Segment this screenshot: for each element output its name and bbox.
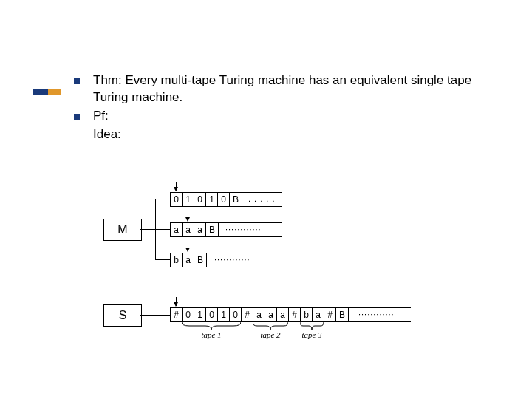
tape-2: a a a B	[170, 222, 219, 237]
tape-cell: B	[194, 253, 206, 267]
idea-text: Idea:	[93, 126, 488, 143]
tape-cell: a	[313, 308, 324, 321]
tape-cell: 1	[183, 193, 194, 206]
tape-cell: a	[183, 223, 194, 236]
tape-cell: a	[194, 223, 206, 236]
connector	[140, 315, 170, 316]
m-box: M	[103, 219, 142, 241]
tape-cell: 0	[206, 308, 218, 321]
tape-cell: B	[230, 193, 242, 206]
square-bullet-icon	[74, 114, 80, 120]
tape-cell: #	[324, 308, 336, 321]
tape-3: b a B	[170, 253, 207, 267]
head-arrow-icon	[176, 297, 177, 306]
brace-icon	[182, 322, 241, 330]
tape-cell: B	[336, 308, 348, 321]
brace-icon	[253, 322, 288, 330]
tape-cell: b	[301, 308, 313, 321]
tape-cell: #	[242, 308, 253, 321]
tape-cell: a	[277, 308, 289, 321]
tape-cell: a	[265, 308, 277, 321]
tape-cell: 0	[183, 308, 194, 321]
brace-label-2: tape 2	[253, 330, 288, 339]
s-box: S	[103, 304, 142, 327]
tape-1: 0 1 0 1 0 B	[170, 192, 242, 207]
dots: ············	[214, 255, 250, 264]
tape-cell: 0	[194, 193, 206, 206]
connector	[155, 229, 170, 230]
thm-text: Thm: Every multi-tape Turing machine has…	[93, 72, 488, 106]
connector	[155, 199, 170, 200]
tape-cell: 1	[194, 308, 206, 321]
bullet-thm: Thm: Every multi-tape Turing machine has…	[74, 72, 488, 106]
turing-diagram: M 0 1 0 1 0 B . . . . . a a a B ········…	[103, 177, 488, 369]
tape-cell: 0	[171, 193, 183, 206]
tape-cell: 0	[218, 193, 230, 206]
tape-cell: #	[171, 308, 183, 321]
brace-icon	[300, 322, 324, 330]
connector	[140, 229, 155, 230]
tape-cell: a	[171, 223, 183, 236]
dots: . . . . .	[248, 194, 276, 203]
head-arrow-icon	[176, 182, 177, 191]
head-arrow-icon	[188, 212, 188, 221]
bullet-pf: Pf:	[74, 108, 488, 125]
square-bullet-icon	[74, 78, 80, 84]
tape-cell: 1	[218, 308, 230, 321]
brace-label-1: tape 1	[182, 330, 241, 339]
tape-cell: 0	[230, 308, 242, 321]
accent-bar	[33, 89, 61, 95]
dots: ············	[225, 225, 262, 233]
tape-cell: b	[171, 253, 183, 267]
tape-cell: #	[289, 308, 301, 321]
dots: ············	[358, 310, 395, 318]
tape-cell: 1	[206, 193, 218, 206]
connector	[155, 259, 170, 260]
head-arrow-icon	[188, 242, 188, 251]
brace-label-3: tape 3	[296, 330, 328, 339]
tape-cell: a	[183, 253, 194, 267]
slide-content: Thm: Every multi-tape Turing machine has…	[74, 72, 488, 143]
tape-cell: a	[253, 308, 265, 321]
single-tape: # 0 1 0 1 0 # a a a # b a # B	[170, 307, 349, 322]
pf-text: Pf:	[93, 108, 109, 125]
tape-cell: B	[206, 223, 218, 236]
